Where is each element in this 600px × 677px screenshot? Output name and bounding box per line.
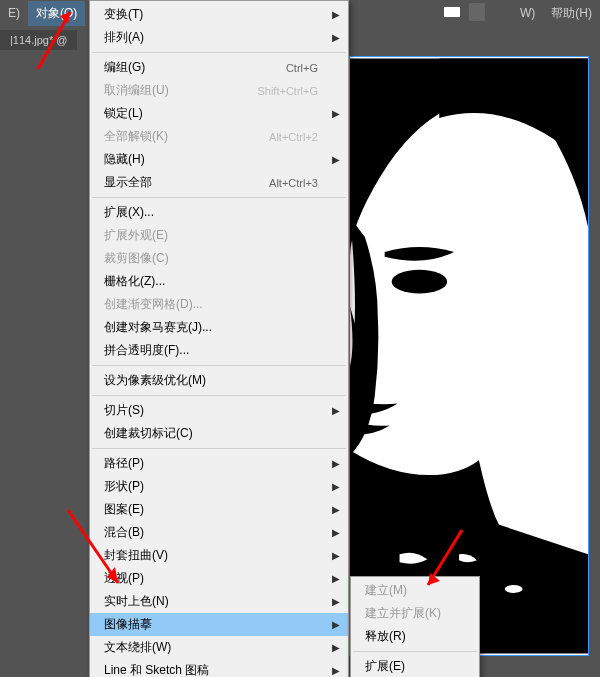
menu-item-label: 文本绕排(W) — [104, 639, 318, 656]
object-menu-dropdown: 变换(T)▶排列(A)▶编组(G)Ctrl+G取消编组(U)Shift+Ctrl… — [89, 0, 349, 677]
menubar-item-help[interactable]: 帮助(H) — [543, 1, 600, 26]
submenu-arrow-icon: ▶ — [332, 596, 340, 607]
menubar-item-window[interactable]: W) — [512, 2, 543, 24]
menu-item: 扩展外观(E) — [90, 224, 348, 247]
submenu-item-label: 建立并扩展(K) — [365, 605, 449, 622]
submenu-arrow-icon: ▶ — [332, 619, 340, 630]
menu-item-label: 编组(G) — [104, 59, 286, 76]
submenu-arrow-icon: ▶ — [332, 108, 340, 119]
menu-item[interactable]: 实时上色(N)▶ — [90, 590, 348, 613]
menu-item[interactable]: 设为像素级优化(M) — [90, 369, 348, 392]
menu-separator — [92, 365, 346, 366]
menu-item[interactable]: 扩展(X)... — [90, 201, 348, 224]
menu-item: 取消编组(U)Shift+Ctrl+G — [90, 79, 348, 102]
submenu-arrow-icon: ▶ — [332, 550, 340, 561]
submenu-arrow-icon: ▶ — [332, 527, 340, 538]
menu-item-label: 创建渐变网格(D)... — [104, 296, 318, 313]
menu-item[interactable]: 文本绕排(W)▶ — [90, 636, 348, 659]
menu-item[interactable]: 封套扭曲(V)▶ — [90, 544, 348, 567]
menu-item-label: 取消编组(U) — [104, 82, 257, 99]
menu-item[interactable]: 透视(P)▶ — [90, 567, 348, 590]
menu-separator — [92, 448, 346, 449]
menu-separator — [92, 197, 346, 198]
submenu-item-label: 建立(M) — [365, 582, 449, 599]
tool-block-icon — [469, 3, 485, 21]
submenu-item[interactable]: 释放(R) — [351, 625, 479, 648]
menu-item-label: 透视(P) — [104, 570, 318, 587]
submenu-arrow-icon: ▶ — [332, 9, 340, 20]
menu-item-label: 实时上色(N) — [104, 593, 318, 610]
menu-item[interactable]: 排列(A)▶ — [90, 26, 348, 49]
menu-item-shortcut: Shift+Ctrl+G — [257, 85, 318, 97]
image-trace-submenu: 建立(M)建立并扩展(K)释放(R)扩展(E) — [350, 576, 480, 677]
menu-item-label: 裁剪图像(C) — [104, 250, 318, 267]
submenu-arrow-icon: ▶ — [332, 481, 340, 492]
menu-item-label: 显示全部 — [104, 174, 269, 191]
menu-item: 创建渐变网格(D)... — [90, 293, 348, 316]
menu-item-label: 锁定(L) — [104, 105, 318, 122]
menu-item[interactable]: 栅格化(Z)... — [90, 270, 348, 293]
submenu-item[interactable]: 扩展(E) — [351, 655, 479, 677]
menu-item-shortcut: Alt+Ctrl+3 — [269, 177, 318, 189]
submenu-item: 建立并扩展(K) — [351, 602, 479, 625]
submenu-arrow-icon: ▶ — [332, 458, 340, 469]
submenu-arrow-icon: ▶ — [332, 32, 340, 43]
menu-item[interactable]: 创建对象马赛克(J)... — [90, 316, 348, 339]
menu-item[interactable]: 编组(G)Ctrl+G — [90, 56, 348, 79]
submenu-item-label: 扩展(E) — [365, 658, 449, 675]
menubar-item-object[interactable]: 对象(O) — [28, 1, 85, 26]
menu-item-label: 形状(P) — [104, 478, 318, 495]
menu-item[interactable]: 混合(B)▶ — [90, 521, 348, 544]
submenu-arrow-icon: ▶ — [332, 405, 340, 416]
submenu-arrow-icon: ▶ — [332, 504, 340, 515]
menu-item-label: 图像描摹 — [104, 616, 318, 633]
menu-item-label: 栅格化(Z)... — [104, 273, 318, 290]
svg-point-2 — [505, 585, 523, 593]
menu-item[interactable]: 图像描摹▶ — [90, 613, 348, 636]
menu-item-label: 全部解锁(K) — [104, 128, 269, 145]
menu-item: 裁剪图像(C) — [90, 247, 348, 270]
menu-item: 全部解锁(K)Alt+Ctrl+2 — [90, 125, 348, 148]
menu-item-label: 图案(E) — [104, 501, 318, 518]
menu-item[interactable]: 锁定(L)▶ — [90, 102, 348, 125]
menu-item-label: 扩展(X)... — [104, 204, 318, 221]
svg-point-1 — [392, 270, 448, 294]
menu-separator — [92, 52, 346, 53]
menubar-item-edit[interactable]: E) — [0, 2, 28, 24]
document-tab[interactable]: |114.jpg* @ — [0, 30, 77, 50]
menu-item[interactable]: 创建裁切标记(C) — [90, 422, 348, 445]
menu-item[interactable]: 切片(S)▶ — [90, 399, 348, 422]
menu-item[interactable]: 拼合透明度(F)... — [90, 339, 348, 362]
menu-item[interactable]: 形状(P)▶ — [90, 475, 348, 498]
submenu-item: 建立(M) — [351, 579, 479, 602]
menu-item-label: 封套扭曲(V) — [104, 547, 318, 564]
menu-item[interactable]: Line 和 Sketch 图稿▶ — [90, 659, 348, 677]
menu-item-label: 创建裁切标记(C) — [104, 425, 318, 442]
tool-rect-icon — [444, 7, 460, 17]
menu-item-shortcut: Ctrl+G — [286, 62, 318, 74]
menu-separator — [353, 651, 477, 652]
submenu-arrow-icon: ▶ — [332, 573, 340, 584]
menu-item-label: 扩展外观(E) — [104, 227, 318, 244]
menu-item[interactable]: 图案(E)▶ — [90, 498, 348, 521]
menu-item-label: 切片(S) — [104, 402, 318, 419]
submenu-arrow-icon: ▶ — [332, 154, 340, 165]
menu-item-label: 创建对象马赛克(J)... — [104, 319, 318, 336]
menu-item[interactable]: 隐藏(H)▶ — [90, 148, 348, 171]
submenu-arrow-icon: ▶ — [332, 665, 340, 676]
portrait-image — [350, 57, 588, 655]
menu-item-label: 混合(B) — [104, 524, 318, 541]
submenu-arrow-icon: ▶ — [332, 642, 340, 653]
menu-item[interactable]: 显示全部Alt+Ctrl+3 — [90, 171, 348, 194]
menu-item-label: 拼合透明度(F)... — [104, 342, 318, 359]
submenu-item-label: 释放(R) — [365, 628, 449, 645]
menu-item-label: 排列(A) — [104, 29, 318, 46]
menu-item[interactable]: 路径(P)▶ — [90, 452, 348, 475]
canvas[interactable] — [349, 56, 589, 656]
menu-item-label: Line 和 Sketch 图稿 — [104, 662, 318, 677]
menu-item[interactable]: 变换(T)▶ — [90, 3, 348, 26]
menu-item-label: 隐藏(H) — [104, 151, 318, 168]
menu-separator — [92, 395, 346, 396]
menu-item-label: 变换(T) — [104, 6, 318, 23]
menu-item-label: 设为像素级优化(M) — [104, 372, 318, 389]
